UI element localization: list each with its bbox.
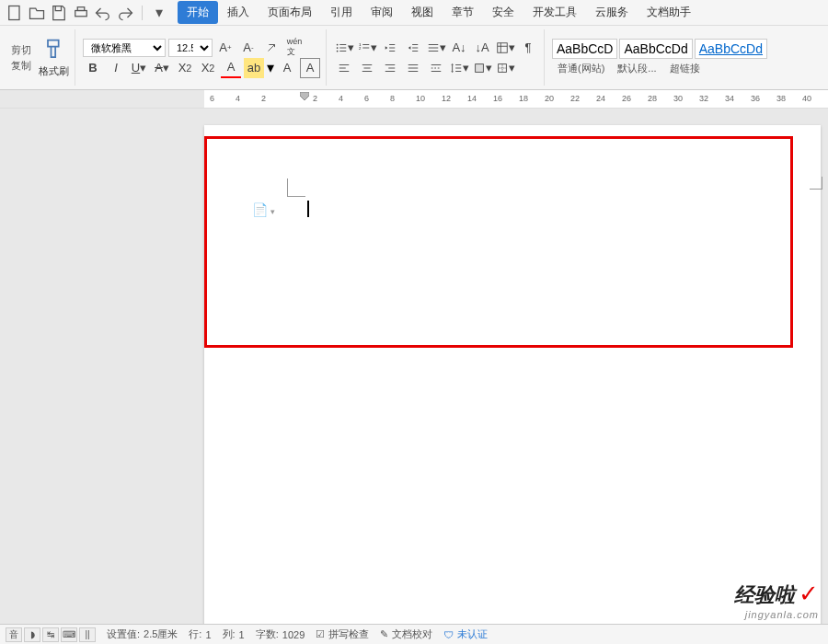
indent-decrease-icon[interactable] [380, 38, 400, 58]
vertical-ruler[interactable] [0, 109, 18, 624]
status-icon-4[interactable]: ⌨ [61, 627, 77, 642]
tab-devtools[interactable]: 开发工具 [523, 1, 586, 24]
tab-security[interactable]: 安全 [483, 1, 523, 24]
print-icon[interactable] [72, 4, 90, 22]
tab-start[interactable]: 开始 [178, 1, 218, 24]
superscript-button[interactable]: X2 [175, 58, 195, 78]
watermark-check-icon: ✓ [799, 580, 819, 607]
ruler-tick: 32 [699, 94, 708, 103]
indent-increase-icon[interactable] [403, 38, 423, 58]
save-icon[interactable] [50, 4, 68, 22]
tab-stops-icon[interactable]: ▾ [426, 38, 446, 58]
status-spellcheck[interactable]: ☑ 拼写检查 [316, 627, 369, 641]
number-list-icon[interactable]: 12▾ [357, 38, 377, 58]
tab-section[interactable]: 章节 [443, 1, 483, 24]
font-shrink-icon[interactable]: A- [238, 38, 259, 58]
align-center-icon[interactable] [357, 58, 377, 78]
ruler-tick: 6 [364, 94, 369, 103]
shield-icon: 🛡 [443, 629, 454, 640]
watermark-main: 经验啦 [734, 583, 795, 606]
rtl-icon[interactable]: ↓A [472, 38, 492, 58]
status-icon-5[interactable]: || [79, 627, 96, 642]
ruler-tick: 2 [261, 94, 266, 103]
italic-button[interactable]: I [106, 58, 126, 78]
ruler-tick: 34 [725, 94, 734, 103]
status-line[interactable]: 行: 1 [189, 627, 211, 641]
tab-view[interactable]: 视图 [402, 1, 443, 24]
style-normal-web[interactable]: AaBbCcD [552, 39, 617, 59]
undo-icon[interactable] [94, 4, 112, 22]
tab-layout[interactable]: 页面布局 [259, 1, 321, 24]
status-col[interactable]: 列: 1 [223, 627, 245, 641]
style-label-normal[interactable]: 普通(网站) [552, 61, 610, 76]
tab-insert[interactable]: 插入 [218, 1, 259, 24]
shading-icon[interactable]: ▾ [472, 58, 492, 78]
font-size-select[interactable]: 12.5 [168, 39, 213, 57]
underline-button[interactable]: U▾ [129, 58, 149, 78]
line-spacing-icon[interactable]: ▾ [449, 58, 469, 78]
svg-point-5 [336, 47, 338, 49]
svg-rect-22 [497, 42, 507, 52]
spellcheck-icon: ☑ [316, 628, 325, 640]
pinyin-icon[interactable]: wén文 [284, 38, 305, 58]
status-docproof[interactable]: ✎ 文档校对 [380, 627, 432, 641]
setting-label: 设置值: [107, 627, 140, 641]
sort-icon[interactable]: ▾ [495, 38, 515, 58]
char-shading-button[interactable]: A [277, 58, 297, 78]
status-icon-2[interactable]: ◗ [24, 627, 40, 642]
align-justify-icon[interactable] [403, 58, 423, 78]
svg-rect-2 [77, 6, 85, 10]
tab-review[interactable]: 审阅 [362, 1, 402, 24]
tab-cloud[interactable]: 云服务 [586, 1, 638, 24]
ruler-tick: 6 [210, 94, 214, 103]
ruler-tick: 2 [313, 94, 317, 103]
qat-dropdown-icon[interactable]: ▾ [150, 4, 168, 22]
tab-assistant[interactable]: 文档助手 [638, 1, 700, 24]
page-paste-options-icon[interactable]: 📄 [252, 202, 275, 217]
char-border-button[interactable]: A [300, 58, 320, 78]
status-auth[interactable]: 🛡 未认证 [443, 627, 488, 641]
font-family-select[interactable]: 微软雅黑 [83, 39, 166, 57]
watermark: 经验啦✓ jingyanla.com [734, 580, 819, 620]
align-right-icon[interactable] [380, 58, 400, 78]
ltr-icon[interactable]: A↓ [449, 38, 469, 58]
tab-references[interactable]: 引用 [321, 1, 362, 24]
ruler-tick: 36 [751, 94, 760, 103]
copy-label[interactable]: 复制 [11, 59, 31, 73]
new-doc-icon[interactable] [6, 4, 24, 22]
docproof-icon: ✎ [380, 628, 388, 640]
wordcount-label: 字数: [256, 627, 279, 641]
show-marks-icon[interactable]: ¶ [518, 38, 538, 58]
text-cursor [307, 201, 309, 217]
bullet-list-icon[interactable]: ▾ [334, 38, 354, 58]
ruler-tick: 22 [570, 94, 580, 103]
indent-marker-icon[interactable] [300, 92, 309, 107]
cut-label[interactable]: 剪切 [11, 43, 31, 57]
open-icon[interactable] [28, 4, 46, 22]
horizontal-ruler[interactable]: 642246810121416182022242628303234363840 [204, 90, 828, 108]
font-grow-icon[interactable]: A+ [215, 38, 236, 58]
redo-icon[interactable] [116, 4, 134, 22]
ruler-tick: 4 [236, 94, 240, 103]
font-color-button[interactable]: A [221, 58, 241, 78]
format-brush-button[interactable]: 格式刷 [39, 37, 69, 78]
style-default-para[interactable]: AaBbCcDd [619, 39, 692, 59]
align-left-icon[interactable] [334, 58, 354, 78]
subscript-button[interactable]: X2 [198, 58, 218, 78]
strikethrough-button[interactable]: A▾ [152, 58, 172, 78]
status-setting[interactable]: 设置值: 2.5厘米 [107, 627, 178, 641]
highlight-button[interactable]: ab [244, 58, 264, 78]
style-hyperlink[interactable]: AaBbCcDd [695, 39, 767, 59]
borders-icon[interactable]: ▾ [495, 58, 515, 78]
menu-tabs: 开始 插入 页面布局 引用 审阅 视图 章节 安全 开发工具 云服务 文档助手 [178, 1, 700, 24]
status-icon-3[interactable]: ↹ [42, 627, 59, 642]
style-label-link[interactable]: 超链接 [664, 61, 706, 76]
document-page[interactable]: 📄 [204, 125, 821, 624]
status-icon-1[interactable]: 音 [6, 627, 22, 642]
bold-button[interactable]: B [83, 58, 103, 78]
style-label-default[interactable]: 默认段... [612, 61, 661, 76]
align-distribute-icon[interactable] [426, 58, 446, 78]
clear-format-icon[interactable] [261, 38, 282, 58]
status-wordcount[interactable]: 字数: 1029 [256, 627, 305, 641]
watermark-sub: jingyanla.com [745, 609, 819, 620]
